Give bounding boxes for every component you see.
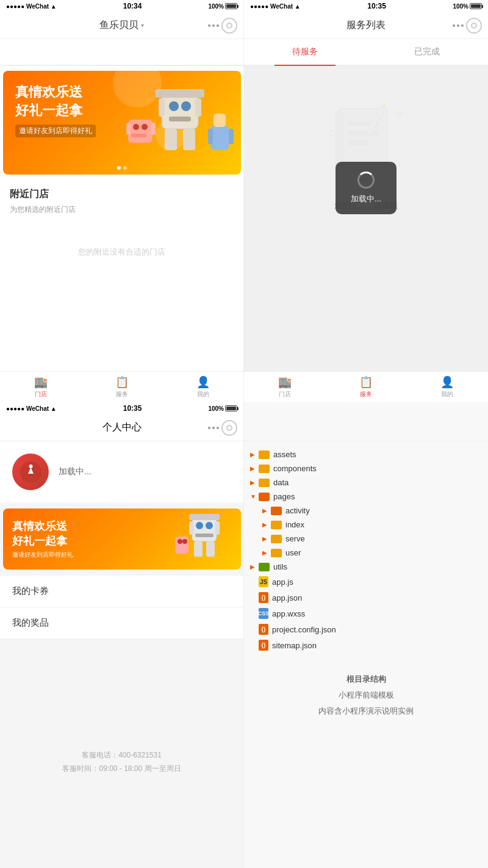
left-nav-title: 鱼乐贝贝 ▾ (99, 19, 144, 32)
signal-right: ●●●●● WeChat ▲ (250, 3, 301, 10)
loading-text: 加载中... (351, 193, 381, 204)
tree-item-serve[interactable]: ▶ serve (250, 532, 482, 546)
personal-nav-title: 个人中心 (6, 421, 237, 434)
time-left: 10:34 (57, 2, 209, 10)
time-right: 10:35 (301, 2, 453, 10)
tree-item-utils[interactable]: ▶ utils (250, 560, 482, 574)
svg-rect-31 (192, 518, 217, 541)
tree-item-appjson[interactable]: {} app.json (250, 590, 482, 606)
banner: 真情欢乐送 好礼一起拿 邀请好友到店即得好礼 (3, 71, 241, 175)
loading-text-personal: 加载中... (59, 466, 92, 477)
left-nav-dots[interactable] (208, 24, 219, 27)
svg-rect-0 (162, 95, 198, 129)
svg-rect-12 (131, 134, 146, 137)
stores-icon-left: 🏬 (34, 375, 48, 389)
btab-stores-right[interactable]: 🏬 门店 (244, 372, 325, 402)
svg-point-1 (169, 101, 179, 111)
svg-point-32 (196, 522, 203, 529)
svg-rect-4 (159, 98, 165, 117)
file-icon-json2: {} (259, 624, 268, 635)
personal-footer: 客服电话：400-6321531 客服时间：09:00 - 18:00 周一至周… (0, 725, 243, 787)
tab-pending[interactable]: 待服务 (244, 39, 366, 65)
folder-icon (271, 507, 282, 515)
right-nav-record[interactable] (466, 18, 482, 34)
file-icon-js: JS (259, 576, 268, 587)
svg-rect-20 (336, 112, 343, 167)
tree-arrow: ▶ (262, 535, 271, 542)
svg-point-41 (178, 539, 182, 544)
left-nav-record[interactable] (221, 18, 237, 34)
svg-rect-14 (151, 123, 156, 135)
avatar (12, 454, 49, 490)
svg-point-33 (206, 522, 213, 529)
file-tree-panel: ▶ assets ▶ components ▶ data ▼ pages ▶ a… (244, 441, 488, 868)
folder-icon (271, 535, 282, 543)
svg-rect-37 (194, 541, 203, 557)
svg-rect-36 (215, 521, 220, 535)
mine-icon-left: 👤 (196, 375, 210, 389)
btab-mine-right[interactable]: 👤 我的 (407, 372, 488, 402)
stores-icon-right: 🏬 (278, 375, 292, 389)
battery-right: 100% (453, 3, 482, 10)
svg-point-27 (397, 112, 402, 117)
battery-left: 100% (208, 3, 237, 10)
svg-rect-40 (175, 537, 188, 554)
personal-nav-record[interactable] (221, 420, 237, 436)
tree-item-activity[interactable]: ▶ activity (250, 504, 482, 518)
folder-icon (259, 450, 270, 459)
spinner-icon (357, 172, 375, 189)
svg-rect-18 (229, 129, 234, 144)
personal-banner-sub: 邀请好友到店即得好礼 (12, 551, 73, 559)
tree-item-user[interactable]: ▶ user (250, 546, 482, 560)
svg-rect-9 (128, 120, 152, 143)
svg-rect-22 (348, 131, 378, 136)
tree-item-projectjson[interactable]: {} project.config.json (250, 621, 482, 637)
nearby-empty: 您的附近没有合适的门店 (0, 222, 243, 282)
file-tree-footer: 根目录结构 小程序前端模板 内容含小程序演示说明实例 (250, 671, 482, 719)
tree-arrow: ▶ (262, 507, 271, 514)
btab-service-left[interactable]: 📋 服务 (81, 372, 162, 402)
tree-item-components[interactable]: ▶ components (250, 461, 482, 476)
folder-icon (259, 479, 270, 487)
tree-item-sitemapjson[interactable]: {} sitemap.json (250, 637, 482, 653)
folder-icon (271, 549, 282, 557)
personal-banner: 真情欢乐送 好礼一起拿 邀请好友到店即得好礼 (3, 508, 241, 570)
tree-arrow: ▶ (250, 479, 259, 486)
svg-point-26 (330, 131, 335, 136)
tree-item-appjs[interactable]: JS app.js (250, 574, 482, 590)
svg-rect-23 (348, 140, 369, 145)
svg-rect-34 (195, 533, 214, 537)
tree-arrow: ▶ (262, 521, 271, 528)
menu-item-prizes[interactable]: 我的奖品 (0, 607, 243, 639)
personal-banner-line1: 真情欢乐送 (12, 519, 73, 533)
folder-icon (271, 521, 282, 529)
svg-point-10 (133, 124, 139, 130)
nearby-section-title: 附近门店 (0, 179, 243, 203)
tree-item-assets[interactable]: ▶ assets (250, 447, 482, 461)
folder-icon (259, 493, 270, 501)
tree-arrow: ▶ (250, 563, 259, 570)
right-nav-dots[interactable] (453, 24, 464, 27)
personal-banner-line2: 好礼一起拿 (12, 533, 73, 548)
btab-stores-left[interactable]: 🏬 门店 (0, 372, 81, 402)
tree-item-data[interactable]: ▶ data (250, 476, 482, 490)
personal-nav-dots[interactable] (208, 427, 219, 429)
btab-service-right[interactable]: 📋 服务 (325, 372, 406, 402)
menu-item-coupons[interactable]: 我的卡券 (0, 576, 243, 607)
loading-overlay: 加载中... (336, 162, 396, 214)
svg-point-42 (182, 539, 187, 544)
tree-item-appwxss[interactable]: CSS app.wxss (250, 606, 482, 621)
file-icon-json1: {} (259, 592, 268, 603)
tree-arrow: ▶ (250, 451, 259, 458)
chevron-down-icon: ▾ (141, 22, 144, 29)
tab-completed[interactable]: 已完成 (366, 39, 488, 65)
tree-item-pages[interactable]: ▼ pages (250, 490, 482, 504)
tree-item-index[interactable]: ▶ index (250, 518, 482, 532)
btab-mine-left[interactable]: 👤 我的 (162, 372, 243, 402)
battery-personal: 100% (208, 405, 237, 412)
svg-rect-16 (214, 114, 226, 127)
banner-sub: 邀请好友到店即得好礼 (15, 125, 96, 137)
service-icon-right: 📋 (359, 375, 373, 389)
svg-rect-13 (126, 123, 131, 135)
svg-rect-35 (189, 521, 194, 535)
